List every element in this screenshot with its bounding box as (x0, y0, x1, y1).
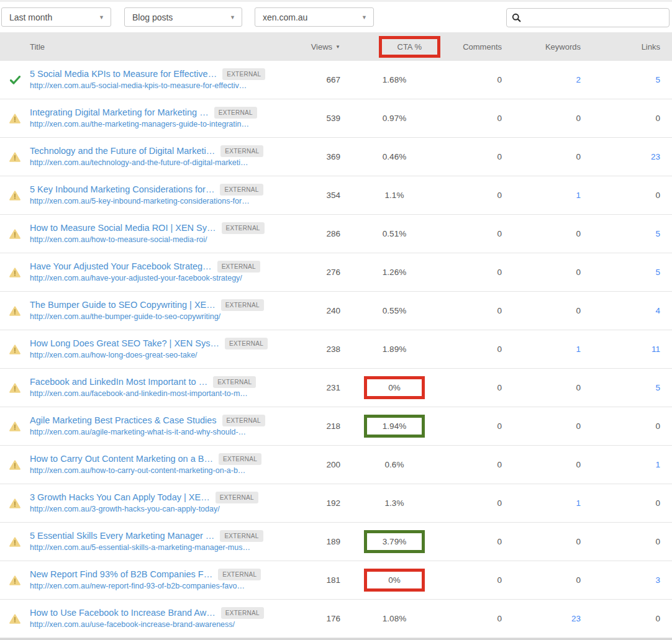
post-url-link[interactable]: http://xen.com.au/how-long-does-great-se… (30, 350, 286, 361)
keywords-cell[interactable]: 1 (502, 498, 581, 508)
post-title-link[interactable]: Technology and the Future of Digital Mar… (30, 145, 215, 158)
search-box[interactable] (506, 8, 670, 27)
cta-value-green-annotation-box: 3.79% (364, 530, 425, 553)
links-cell[interactable]: 4 (581, 306, 660, 315)
cta-cell: 0.55% (340, 302, 423, 319)
external-badge: EXTERNAL (219, 453, 261, 466)
column-header-title[interactable]: Title (30, 42, 286, 52)
post-url-link[interactable]: http://xen.com.au/how-to-carry-out-conte… (30, 466, 286, 476)
post-title-link[interactable]: 5 Key Inbound Marketing Considerations f… (30, 184, 214, 196)
column-header-comments[interactable]: Comments (423, 42, 502, 52)
table-row: Integrating Digital Marketing for Market… (0, 99, 672, 138)
cta-value: 1.1% (364, 187, 425, 204)
keywords-cell[interactable]: 2 (502, 75, 581, 84)
views-cell: 218 (286, 421, 340, 431)
post-title-link[interactable]: 5 Social Media KPIs to Measure for Effec… (30, 68, 217, 81)
post-url-link[interactable]: http://xen.com.au/the-bumper-guide-to-se… (30, 312, 286, 322)
comments-cell: 0 (423, 191, 502, 200)
links-cell[interactable]: 3 (581, 575, 660, 585)
post-url-link[interactable]: http://xen.com.au/have-your-adjusted-you… (30, 273, 286, 284)
links-cell[interactable]: 5 (581, 383, 660, 392)
post-title-link[interactable]: Integrating Digital Marketing for Market… (30, 107, 209, 119)
cta-cell: 1.08% (340, 610, 423, 627)
domain-dropdown[interactable]: xen.com.au ▼ (255, 7, 374, 27)
links-cell[interactable]: 23 (581, 152, 660, 161)
column-header-views[interactable]: Views ▼ (286, 42, 340, 52)
external-badge: EXTERNAL (216, 492, 258, 504)
content-type-dropdown[interactable]: Blog posts ▼ (124, 7, 242, 27)
sort-desc-icon: ▼ (335, 44, 340, 50)
warning-icon (9, 345, 20, 354)
date-range-value: Last month (9, 12, 52, 22)
post-title-link[interactable]: New Report Find 93% of B2B Companies F… (30, 569, 212, 581)
date-range-dropdown[interactable]: Last month ▼ (1, 7, 111, 27)
title-cell: Have Your Adjusted Your Facebook Strateg… (30, 261, 286, 284)
title-cell: Facebook and LinkedIn Most Important to … (30, 376, 286, 399)
post-title-link[interactable]: How to Carry Out Content Marketing on a … (30, 453, 213, 466)
table-row: New Report Find 93% of B2B Companies F… … (0, 561, 672, 600)
post-url-link[interactable]: http://xen.com.au/how-to-measure-social-… (30, 235, 286, 245)
post-title-link[interactable]: How Long Does Great SEO Take? | XEN Sys… (30, 338, 219, 350)
links-cell[interactable]: 5 (581, 268, 660, 277)
links-cell[interactable]: 1 (581, 460, 660, 469)
chevron-down-icon: ▼ (230, 14, 235, 20)
views-cell: 176 (286, 614, 340, 623)
post-url-link[interactable]: http://xen.com.au/use-facebook-increase-… (30, 620, 286, 630)
column-header-links[interactable]: Links (581, 42, 660, 52)
views-cell: 189 (286, 537, 340, 546)
cta-value: 1.89% (364, 341, 425, 358)
external-badge: EXTERNAL (220, 530, 263, 543)
post-url-link[interactable]: http://xen.com.au/new-report-find-93-of-… (30, 581, 286, 592)
post-title-link[interactable]: How to Measure Social Media ROI | XEN Sy… (30, 222, 216, 235)
views-cell: 200 (286, 460, 340, 469)
post-title-link[interactable]: How to Use Facebook to Increase Brand Aw… (30, 607, 216, 620)
links-cell[interactable]: 5 (581, 75, 660, 84)
external-badge: EXTERNAL (221, 607, 264, 620)
comments-cell: 0 (423, 306, 502, 315)
comments-cell: 0 (423, 114, 502, 123)
views-cell: 354 (286, 191, 340, 200)
title-cell: Technology and the Future of Digital Mar… (30, 145, 286, 168)
cta-value: 0.51% (364, 225, 425, 242)
chevron-down-icon: ▼ (99, 14, 104, 20)
post-url-link[interactable]: http://xen.com.au/5-key-inbound-marketin… (30, 196, 286, 207)
column-header-cta[interactable]: CTA % (340, 36, 423, 58)
search-input[interactable] (525, 13, 664, 22)
external-badge: EXTERNAL (220, 184, 263, 196)
post-title-link[interactable]: Facebook and LinkedIn Most Important to … (30, 376, 207, 389)
post-url-link[interactable]: http://xen.com.au/the-marketing-managers… (30, 119, 286, 130)
cta-cell: 0% (340, 376, 423, 399)
keywords-cell: 0 (502, 421, 581, 431)
status-cell (0, 421, 30, 431)
post-title-link[interactable]: Have Your Adjusted Your Facebook Strateg… (30, 261, 212, 273)
post-url-link[interactable]: http://xen.com.au/3-growth-hacks-you-can… (30, 504, 286, 515)
post-url-link[interactable]: http://xen.com.au/technology-and-the-fut… (30, 158, 286, 168)
post-title-link[interactable]: The Bumper Guide to SEO Copywriting | XE… (30, 299, 216, 312)
links-cell: 0 (581, 421, 660, 431)
post-title-link[interactable]: Agile Marketing Best Practices & Case St… (30, 415, 217, 427)
warning-icon (9, 575, 20, 585)
views-cell: 539 (286, 114, 340, 123)
post-title-link[interactable]: 5 Essential Skills Every Marketing Manag… (30, 530, 214, 543)
table-row: 5 Essential Skills Every Marketing Manag… (0, 523, 672, 561)
post-url-link[interactable]: http://xen.com.au/facebook-and-linkedin-… (30, 389, 286, 399)
title-cell: 3 Growth Hacks You Can Apply Today | XE…… (30, 492, 286, 515)
post-url-link[interactable]: http://xen.com.au/5-essential-skills-a-m… (30, 543, 286, 553)
keywords-cell: 0 (502, 229, 581, 238)
post-url-link[interactable]: http://xen.com.au/agile-marketing-what-i… (30, 427, 286, 438)
keywords-cell[interactable]: 23 (502, 614, 581, 623)
external-badge: EXTERNAL (222, 222, 265, 235)
cta-cell: 0.97% (340, 110, 423, 127)
cta-value-red-annotation-box: 0% (364, 569, 425, 592)
keywords-cell[interactable]: 1 (502, 345, 581, 354)
status-cell (0, 537, 30, 547)
post-title-link[interactable]: 3 Growth Hacks You Can Apply Today | XE… (30, 492, 210, 504)
comments-cell: 0 (423, 460, 502, 469)
column-header-keywords[interactable]: Keywords (502, 42, 581, 52)
warning-icon (9, 421, 20, 431)
comments-cell: 0 (423, 498, 502, 508)
keywords-cell[interactable]: 1 (502, 191, 581, 200)
links-cell[interactable]: 5 (581, 229, 660, 238)
post-url-link[interactable]: http://xen.com.au/5-social-media-kpis-to… (30, 81, 286, 91)
links-cell[interactable]: 11 (581, 345, 660, 354)
